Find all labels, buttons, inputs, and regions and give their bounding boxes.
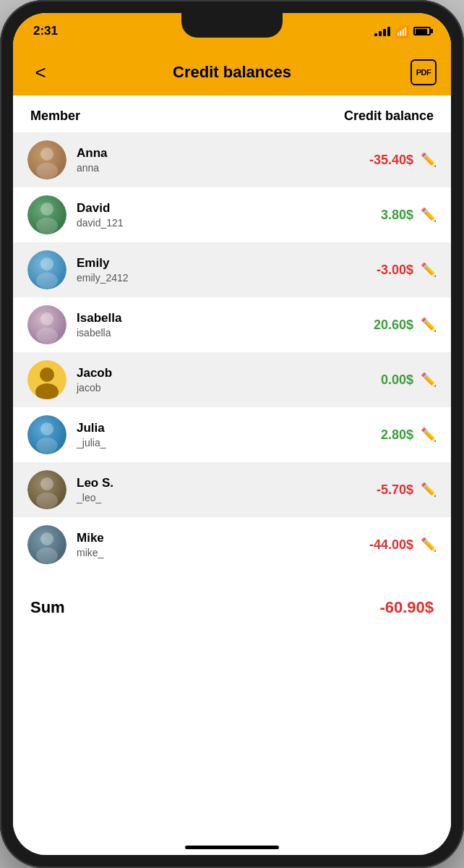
sum-row: Sum -60.90$ (13, 578, 451, 631)
balance-value: -35.40$ (359, 153, 413, 168)
member-info: David david_121 (66, 200, 359, 229)
svg-point-20 (36, 493, 58, 509)
balance-value: -44.00$ (359, 537, 413, 553)
member-name: Mike (77, 530, 359, 546)
edit-icon[interactable]: ✏️ (421, 427, 437, 443)
phone-frame: 2:31 📶 < Credit balances PDF (0, 0, 464, 868)
svg-point-22 (40, 532, 53, 545)
members-list: Anna anna -35.40$ ✏️ David (13, 132, 451, 572)
wifi-icon: 📶 (395, 25, 409, 38)
avatar (27, 415, 66, 454)
content-area: Member Credit balance Anna anna (13, 95, 451, 855)
avatar (27, 305, 66, 344)
edit-icon[interactable]: ✏️ (421, 152, 437, 168)
member-username: _julia_ (77, 436, 359, 449)
table-header: Member Credit balance (13, 95, 451, 132)
column-member-header: Member (30, 109, 80, 124)
svg-point-19 (40, 477, 53, 490)
sum-value: -60.90$ (379, 598, 434, 617)
member-username: david_121 (77, 216, 359, 229)
svg-point-4 (40, 203, 53, 216)
member-username: anna (77, 161, 359, 174)
balance-area: -3.00$ ✏️ (359, 262, 437, 278)
member-username: jacob (77, 381, 359, 394)
avatar (27, 250, 66, 289)
balance-value: 3.80$ (359, 208, 413, 223)
member-username: isabella (77, 326, 359, 339)
app-header: < Credit balances PDF (13, 49, 451, 95)
battery-icon (413, 27, 431, 35)
edit-icon[interactable]: ✏️ (421, 262, 437, 278)
signal-icon (374, 27, 390, 36)
edit-icon[interactable]: ✏️ (421, 207, 437, 223)
member-row: Emily emily_2412 -3.00$ ✏️ (13, 242, 451, 297)
member-info: Isabella isabella (66, 310, 359, 339)
pdf-button[interactable]: PDF (411, 59, 437, 85)
svg-point-1 (40, 148, 53, 161)
avatar (27, 525, 66, 564)
home-indicator (185, 846, 279, 849)
member-row: Isabella isabella 20.60$ ✏️ (13, 297, 451, 352)
member-row: Anna anna -35.40$ ✏️ (13, 132, 451, 187)
member-info: Julia _julia_ (66, 420, 359, 449)
member-info: Jacob jacob (66, 365, 359, 394)
balance-value: -5.70$ (359, 482, 413, 498)
status-icons: 📶 (374, 25, 431, 38)
sum-label: Sum (30, 598, 65, 617)
member-username: emily_2412 (77, 271, 359, 284)
member-row: Jacob jacob 0.00$ ✏️ (13, 352, 451, 407)
svg-point-17 (36, 438, 58, 454)
column-balance-header: Credit balance (344, 109, 434, 124)
svg-point-8 (36, 273, 58, 289)
member-info: Leo S. _leo_ (66, 475, 359, 504)
page-title: Credit balances (173, 63, 291, 82)
member-info: Emily emily_2412 (66, 255, 359, 284)
balance-area: -44.00$ ✏️ (359, 537, 437, 553)
svg-point-23 (36, 548, 58, 563)
edit-icon[interactable]: ✏️ (421, 537, 437, 553)
avatar (27, 140, 66, 179)
svg-point-13 (40, 367, 54, 382)
balance-area: 3.80$ ✏️ (359, 207, 437, 223)
svg-point-5 (36, 218, 58, 234)
member-name: Leo S. (77, 475, 359, 491)
balance-area: 2.80$ ✏️ (359, 427, 437, 443)
member-name: Julia (77, 420, 359, 436)
member-info: Mike mike_ (66, 530, 359, 559)
balance-area: 0.00$ ✏️ (359, 372, 437, 388)
member-name: Anna (77, 145, 359, 161)
status-time: 2:31 (33, 24, 58, 38)
balance-value: 2.80$ (359, 427, 413, 443)
member-username: mike_ (77, 546, 359, 559)
balance-area: -35.40$ ✏️ (359, 152, 437, 168)
svg-point-10 (40, 312, 53, 326)
member-name: Emily (77, 255, 359, 271)
member-row: Mike mike_ -44.00$ ✏️ (13, 517, 451, 572)
member-row: Leo S. _leo_ -5.70$ ✏️ (13, 462, 451, 517)
balance-value: 0.00$ (359, 373, 413, 388)
balance-area: -5.70$ ✏️ (359, 482, 437, 498)
back-button[interactable]: < (27, 61, 53, 84)
member-info: Anna anna (66, 145, 359, 174)
svg-point-16 (40, 422, 53, 435)
edit-icon[interactable]: ✏️ (421, 372, 437, 388)
notch (181, 13, 283, 38)
edit-icon[interactable]: ✏️ (421, 317, 437, 333)
avatar (27, 360, 66, 399)
member-username: _leo_ (77, 491, 359, 504)
svg-point-2 (36, 163, 58, 179)
balance-value: 20.60$ (359, 318, 413, 333)
avatar (27, 195, 66, 234)
member-name: David (77, 200, 359, 216)
member-row: Julia _julia_ 2.80$ ✏️ (13, 407, 451, 462)
svg-point-11 (36, 328, 58, 344)
svg-point-7 (40, 258, 53, 271)
phone-screen: 2:31 📶 < Credit balances PDF (13, 13, 451, 855)
edit-icon[interactable]: ✏️ (421, 482, 437, 498)
avatar (27, 470, 66, 509)
member-name: Isabella (77, 310, 359, 326)
balance-area: 20.60$ ✏️ (359, 317, 437, 333)
balance-value: -3.00$ (359, 263, 413, 278)
member-row: David david_121 3.80$ ✏️ (13, 187, 451, 242)
member-name: Jacob (77, 365, 359, 381)
